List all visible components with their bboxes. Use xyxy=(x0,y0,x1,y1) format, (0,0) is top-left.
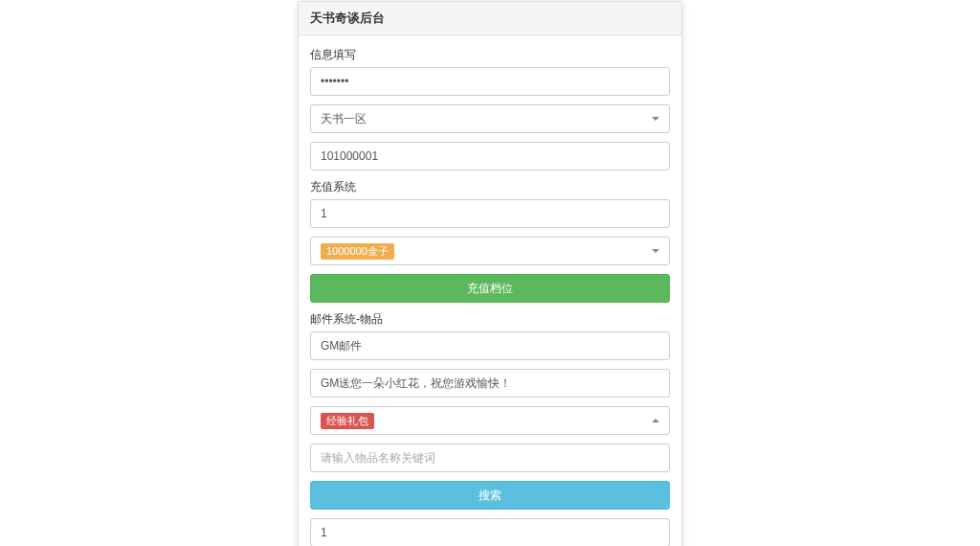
item-search-input[interactable] xyxy=(310,444,670,472)
item-quantity-input[interactable] xyxy=(310,518,670,546)
recharge-amount-input[interactable] xyxy=(310,199,670,228)
mail-title-input[interactable] xyxy=(310,331,670,360)
chevron-down-icon xyxy=(652,249,659,253)
panel-body: 信息填写 天书一区 充值系统 1000000金子 充值档位 邮件系统-物品 经验… xyxy=(299,35,681,546)
admin-panel: 天书奇谈后台 信息填写 天书一区 充值系统 1000000金子 充值档位 邮件系… xyxy=(298,1,682,546)
mail-label: 邮件系统-物品 xyxy=(310,311,670,328)
recharge-label: 充值系统 xyxy=(310,179,670,195)
password-input[interactable] xyxy=(310,67,670,96)
gold-dropdown[interactable]: 1000000金子 xyxy=(310,237,670,265)
panel-title: 天书奇谈后台 xyxy=(299,2,681,35)
item-dropdown[interactable]: 经验礼包 xyxy=(310,406,670,435)
player-id-input[interactable] xyxy=(310,142,670,171)
info-label: 信息填写 xyxy=(310,47,670,63)
search-button[interactable]: 搜索 xyxy=(310,481,670,510)
zone-dropdown[interactable]: 天书一区 xyxy=(310,104,670,133)
item-badge: 经验礼包 xyxy=(321,413,374,429)
gold-badge: 1000000金子 xyxy=(321,243,394,260)
chevron-down-icon xyxy=(652,117,659,121)
mail-content-input[interactable] xyxy=(310,369,670,398)
chevron-up-icon xyxy=(652,419,659,422)
zone-dropdown-value: 天书一区 xyxy=(321,111,367,127)
recharge-button[interactable]: 充值档位 xyxy=(310,274,670,303)
